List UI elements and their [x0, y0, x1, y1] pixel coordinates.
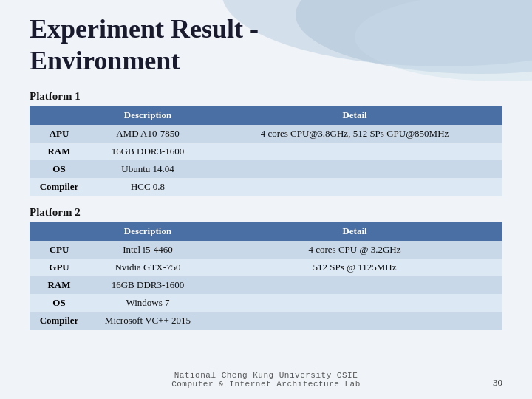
row-description: AMD A10-7850	[89, 125, 207, 143]
compiler-row: Compiler Microsoft VC++ 2015	[30, 312, 502, 330]
footer: National Cheng Kung University CSIE Comp…	[0, 371, 532, 389]
table-row: RAM 16GB DDR3-1600	[30, 276, 502, 294]
row-description: HCC 0.8	[89, 178, 207, 196]
platform1-table: Description Detail APU AMD A10-7850 4 co…	[30, 106, 502, 196]
row-label: Compiler	[30, 178, 89, 196]
row-description: Ubuntu 14.04	[89, 160, 207, 178]
row-label: OS	[30, 294, 89, 312]
platform2-section: Platform 2 Description Detail CPU Intel …	[30, 206, 502, 330]
platform1-col2-header: Description	[89, 106, 207, 125]
platform2-col3-header: Detail	[207, 222, 502, 241]
platform2-header-row: Description Detail	[30, 222, 502, 241]
table-row: OS Windows 7	[30, 294, 502, 312]
table-row: OS Ubuntu 14.04	[30, 160, 502, 178]
row-description: Nvidia GTX-750	[89, 259, 207, 276]
platform1-section: Platform 1 Description Detail APU AMD A1…	[30, 90, 502, 196]
table-row: GPU Nvidia GTX-750 512 SPs @ 1125MHz	[30, 259, 502, 276]
row-detail	[207, 178, 502, 196]
compiler-detail	[207, 312, 502, 330]
main-content: Experiment Result - Environment Platform…	[0, 0, 532, 347]
page-number: 30	[493, 377, 502, 389]
row-description: Intel i5-4460	[89, 241, 207, 259]
table-row: Compiler HCC 0.8	[30, 178, 502, 196]
row-detail: 4 cores CPU@3.8GHz, 512 SPs GPU@850MHz	[207, 125, 502, 143]
row-detail	[207, 143, 502, 160]
table-row: APU AMD A10-7850 4 cores CPU@3.8GHz, 512…	[30, 125, 502, 143]
platform2-label: Platform 2	[30, 206, 502, 219]
table-row: CPU Intel i5-4460 4 cores CPU @ 3.2GHz	[30, 241, 502, 259]
row-label: APU	[30, 125, 89, 143]
row-detail	[207, 276, 502, 294]
platform2-table: Description Detail CPU Intel i5-4460 4 c…	[30, 222, 502, 330]
row-label: GPU	[30, 259, 89, 276]
footer-line2: Computer & Internet Architecture Lab	[0, 380, 532, 389]
row-label: RAM	[30, 276, 89, 294]
platform2-col2-header: Description	[89, 222, 207, 241]
compiler-label: Compiler	[30, 312, 89, 330]
platform1-col3-header: Detail	[207, 106, 502, 125]
row-detail: 4 cores CPU @ 3.2GHz	[207, 241, 502, 259]
page-title: Experiment Result - Environment	[30, 7, 502, 77]
row-detail: 512 SPs @ 1125MHz	[207, 259, 502, 276]
compiler-description: Microsoft VC++ 2015	[89, 312, 207, 330]
row-label: RAM	[30, 143, 89, 160]
platform1-header-row: Description Detail	[30, 106, 502, 125]
footer-line1: National Cheng Kung University CSIE	[0, 371, 532, 380]
platform1-label: Platform 1	[30, 90, 502, 103]
table-row: RAM 16GB DDR3-1600	[30, 143, 502, 160]
platform1-col1-header	[30, 106, 89, 125]
row-label: CPU	[30, 241, 89, 259]
row-description: Windows 7	[89, 294, 207, 312]
row-label: OS	[30, 160, 89, 178]
row-detail	[207, 160, 502, 178]
row-detail	[207, 294, 502, 312]
row-description: 16GB DDR3-1600	[89, 276, 207, 294]
platform2-col1-header	[30, 222, 89, 241]
row-description: 16GB DDR3-1600	[89, 143, 207, 160]
